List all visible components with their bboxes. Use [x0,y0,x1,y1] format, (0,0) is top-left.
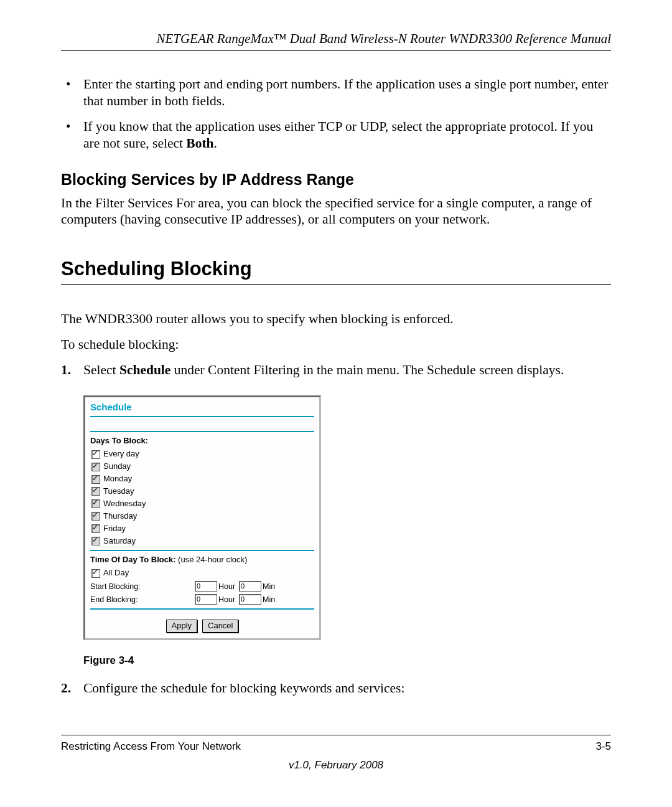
text: Select [83,362,119,377]
hour-unit: Hour [218,582,235,592]
text-bold: Schedule [119,362,170,377]
checkbox-icon[interactable] [91,499,100,508]
checkbox-label: Tuesday [103,486,134,497]
subsection-heading: Blocking Services by IP Address Range [61,171,611,189]
text-bold: Both [186,136,213,151]
checkbox-label: Wednesday [103,499,146,509]
divider [90,431,314,432]
schedule-panel: Schedule Days To Block: Every day Sunday… [83,395,321,640]
checkbox-icon[interactable] [91,569,100,578]
page-header: NETGEAR RangeMax™ Dual Band Wireless-N R… [61,31,611,51]
apply-button[interactable]: Apply [166,620,198,633]
days-to-block-label: Days To Block: [90,436,314,446]
footer-chapter: Restricting Access From Your Network [61,740,241,753]
start-min-input[interactable]: 0 [239,581,261,592]
checkbox-label: All Day [103,568,129,578]
divider [90,608,314,610]
text: Configure the schedule for blocking keyw… [83,681,404,696]
footer-version: v1.0, February 2008 [61,759,611,772]
checkbox-label: Friday [103,524,126,534]
start-blocking-row: Start Blocking: 0 Hour 0 Min [90,581,314,592]
time-of-day-label: Time Of Day To Block: (use 24-hour clock… [90,555,314,565]
end-blocking-label: End Blocking: [90,595,195,605]
text-hint: (use 24-hour clock) [178,555,247,564]
bullet-item: If you know that the application uses ei… [83,118,611,152]
min-unit: Min [263,595,275,605]
text: under Content Filtering in the main menu… [170,362,564,377]
steps-list: 1. Select Schedule under Content Filteri… [61,362,611,697]
hour-unit: Hour [218,595,235,605]
cancel-button[interactable]: Cancel [202,620,238,633]
checkbox-row-monday[interactable]: Monday [91,474,314,484]
body-paragraph: To schedule blocking: [61,336,611,353]
checkbox-row-everyday[interactable]: Every day [91,449,314,460]
checkbox-row-sunday[interactable]: Sunday [91,461,314,472]
body-paragraph: The WNDR3300 router allows you to specif… [61,311,611,328]
footer-page-number: 3-5 [595,740,611,753]
end-min-input[interactable]: 0 [239,594,261,605]
checkbox-row-saturday[interactable]: Saturday [91,536,314,547]
checkbox-icon[interactable] [91,537,100,545]
text: . [214,136,217,151]
checkbox-label: Sunday [103,461,131,472]
step-number: 1. [61,362,71,379]
checkbox-row-wednesday[interactable]: Wednesday [91,499,314,509]
step-item: 2. Configure the schedule for blocking k… [83,680,611,697]
checkbox-row-tuesday[interactable]: Tuesday [91,486,314,497]
min-unit: Min [263,582,275,592]
step-number: 2. [61,680,71,697]
text: If you know that the application uses ei… [83,119,593,151]
checkbox-icon[interactable] [91,450,100,459]
checkbox-label: Thursday [103,511,137,522]
checkbox-icon[interactable] [91,487,100,496]
body-paragraph: In the Filter Services For area, you can… [61,195,611,229]
checkbox-icon[interactable] [91,475,100,484]
checkbox-label: Saturday [103,536,136,547]
checkbox-label: Monday [103,474,132,484]
divider [90,416,314,417]
end-blocking-row: End Blocking: 0 Hour 0 Min [90,594,314,605]
start-hour-input[interactable]: 0 [195,581,217,592]
checkbox-row-thursday[interactable]: Thursday [91,511,314,522]
panel-title: Schedule [90,401,314,415]
text: Time Of Day To Block: [90,555,178,564]
checkbox-label: Every day [103,449,139,460]
section-heading: Scheduling Blocking [61,258,611,285]
step-item: 1. Select Schedule under Content Filteri… [83,362,611,668]
checkbox-icon[interactable] [91,524,100,533]
figure-caption: Figure 3-4 [83,654,611,668]
checkbox-row-friday[interactable]: Friday [91,524,314,534]
checkbox-icon[interactable] [91,463,100,471]
bullet-list: Enter the starting port and ending port … [61,76,611,152]
bullet-item: Enter the starting port and ending port … [83,76,611,110]
start-blocking-label: Start Blocking: [90,582,195,592]
divider [90,550,314,551]
checkbox-row-allday[interactable]: All Day [91,568,314,578]
page-footer: Restricting Access From Your Network 3-5… [61,735,611,772]
checkbox-icon[interactable] [91,512,100,521]
end-hour-input[interactable]: 0 [195,594,217,605]
